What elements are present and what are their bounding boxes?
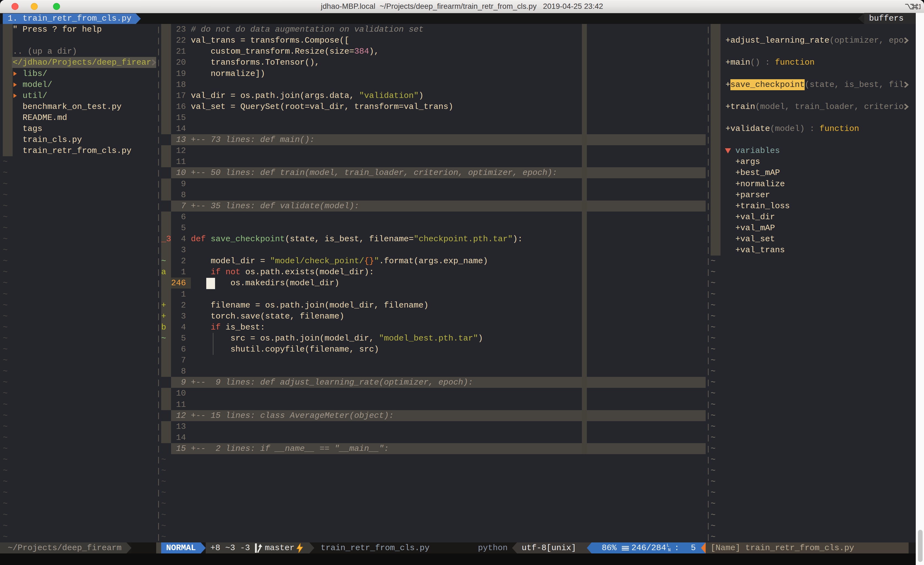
svg-text:1: 1 (918, 3, 921, 11)
